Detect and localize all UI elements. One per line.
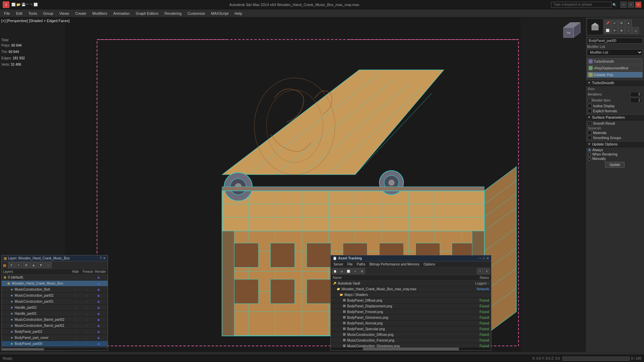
modifier-list-dropdown[interactable]: Modifier List	[587, 49, 643, 56]
menu-rendering[interactable]: Rendering	[162, 11, 184, 16]
asset-row[interactable]: 🖼 BodyPanel_Diffuse.png Found	[331, 298, 491, 303]
timeline-bar[interactable]	[562, 357, 630, 361]
asset-close-btn[interactable]: ✕	[486, 256, 489, 260]
layer-row[interactable]: ◆ MusicConstruction_part02 ··· ··· ◉	[2, 293, 108, 299]
layer-row[interactable]: ◆ BodyPanel_part_cover ··· ··· ◉	[2, 335, 108, 341]
mod-vray-displacement[interactable]: vRayDisplacementMod	[587, 65, 643, 71]
asset-row[interactable]: 📁 Wooden_Hand_Crank_Music_Box_max_vray.m…	[331, 286, 491, 292]
menu-edit[interactable]: Edit	[13, 11, 25, 16]
asset-tool-1[interactable]: 📋	[332, 268, 338, 274]
layer-tool-move-up[interactable]: ▲	[30, 262, 37, 268]
menu-graph-editors[interactable]: Graph Editors	[133, 11, 161, 16]
menu-tools[interactable]: Tools	[26, 11, 40, 16]
section-surface-params[interactable]: ▼ Surface Parameters	[586, 114, 644, 120]
menu-group[interactable]: Group	[40, 11, 56, 16]
isoline-checkbox[interactable]	[588, 104, 592, 108]
asset-tool-2[interactable]: 🗂	[339, 268, 345, 274]
menu-modifiers[interactable]: Modifiers	[90, 11, 110, 16]
asset-row[interactable]: 🖼 MusicConstruction_Fresnel.png Found	[331, 338, 491, 343]
layer-row[interactable]: ◆ MusicConstruction_part01 ··· ··· ◉	[2, 299, 108, 305]
layer-tool-move-down[interactable]: ▼	[38, 262, 44, 268]
mod-tool-c[interactable]: ⊕	[618, 27, 625, 34]
minimize-button[interactable]: ─	[621, 2, 627, 8]
asset-restore-btn[interactable]: □	[483, 256, 485, 260]
render-iters-checkbox[interactable]	[588, 99, 592, 103]
layer-tool-settings[interactable]: ⚙	[23, 262, 30, 268]
layer-row[interactable]: ◆ Handle_part02 ··· ··· ◉	[2, 305, 108, 311]
asset-row[interactable]: 🔑 Autodesk Vault Logged ↑	[331, 281, 491, 286]
layer-tool-expand[interactable]: ↔	[45, 262, 52, 268]
manually-radio[interactable]	[588, 157, 591, 161]
mod-turbosmooth[interactable]: TurboSmooth	[587, 58, 643, 64]
asset-row[interactable]: 🖼 MusicConstruction_Glossiness.png Found	[331, 343, 491, 348]
layer-row[interactable]: ▦ 0 (default) ··· ··· ◉	[2, 275, 108, 281]
asset-tool-4[interactable]: ≡	[352, 268, 358, 274]
iterations-input[interactable]	[630, 92, 642, 97]
smooth-result-checkbox[interactable]	[588, 121, 592, 125]
asset-menu-bitmap[interactable]: Bitmap Performance and Memory	[368, 262, 421, 266]
layer-row[interactable]: ◆ MusicConstruction_Barrel_part01 ··· ··…	[2, 323, 108, 329]
menu-animation[interactable]: Animation	[111, 11, 132, 16]
asset-row[interactable]: 🖼 BodyPanel_Specular.png Found	[331, 326, 491, 332]
materials-checkbox[interactable]	[588, 131, 592, 135]
smoothing-groups-checkbox[interactable]	[588, 136, 592, 140]
search-input[interactable]	[551, 2, 611, 8]
asset-tool-info[interactable]: ℹ	[484, 268, 490, 274]
mod-tool-pin[interactable]: 📌	[604, 20, 611, 26]
mod-tool-params[interactable]: ⚙	[618, 20, 625, 26]
asset-minimize-btn[interactable]: ─	[479, 256, 482, 260]
menu-views[interactable]: Views	[57, 11, 72, 16]
update-button[interactable]: Update	[605, 162, 625, 168]
layer-scrollbar-h[interactable]	[2, 348, 108, 350]
layer-row[interactable]: ◆ MusicConstruction_Barrel_part02 ··· ··…	[2, 317, 108, 323]
layer-tool-new[interactable]: ✕	[8, 262, 15, 268]
object-name-field[interactable]	[587, 38, 643, 44]
menu-help[interactable]: Help	[232, 11, 245, 16]
asset-row[interactable]: 🖼 BodyPanel_Displacement.png Found	[331, 303, 491, 309]
explicit-normals-checkbox[interactable]	[588, 109, 592, 113]
menu-file[interactable]: File	[1, 11, 13, 16]
layer-panel-help[interactable]: ?	[100, 256, 102, 260]
layer-row[interactable]: ◆ BodyPanel_part00 ··· ··· ◉	[2, 341, 108, 347]
asset-tool-3[interactable]: ⬜	[345, 268, 352, 274]
layer-panel-close[interactable]: ✕	[103, 256, 106, 260]
render-iters-input[interactable]	[630, 98, 642, 103]
asset-row[interactable]: 🖼 BodyPanel_Glossiness.png Found	[331, 315, 491, 320]
nav-cube[interactable]: Top	[562, 21, 582, 41]
mod-tool-a[interactable]: ⬜	[604, 27, 611, 34]
asset-menu-paths[interactable]: Paths	[356, 262, 367, 266]
mod-tool-e[interactable]: △	[632, 27, 639, 34]
maximize-button[interactable]: □	[628, 2, 634, 8]
asset-scrollbar[interactable]	[331, 348, 491, 350]
modifier-list-label: Modifier List	[587, 45, 643, 49]
menu-customize[interactable]: Customize	[185, 11, 208, 16]
mod-tool-more[interactable]: ▸	[625, 20, 632, 26]
asset-menu-server[interactable]: Server	[332, 262, 344, 266]
layer-tool-add[interactable]: +	[15, 262, 22, 268]
always-radio[interactable]	[588, 148, 591, 152]
menu-maxscript[interactable]: MAXScript	[208, 11, 231, 16]
asset-menu-file[interactable]: File	[346, 262, 354, 266]
asset-row[interactable]: 📂 Maps / Shaders	[331, 292, 491, 298]
asset-row[interactable]: 🖼 BodyPanel_Normal.png Found	[331, 320, 491, 326]
section-update-options[interactable]: ▼ Update Options	[586, 141, 644, 147]
layer-row[interactable]: ◆ MusicConstruction_Bolt ··· ··· ◉	[2, 287, 108, 293]
layer-row[interactable]: ◆ Handle_part01 ··· ··· ◉	[2, 311, 108, 317]
asset-row[interactable]: 🖼 MusicConstruction_Diffuse.png Found	[331, 332, 491, 338]
asset-tool-help[interactable]: ?	[477, 268, 483, 274]
close-button[interactable]: ✕	[635, 2, 641, 8]
viewport-area[interactable]: [+] [Perspective] [Shaded + Edged Faces]…	[0, 17, 585, 352]
layer-row[interactable]: ◆ BodyPanel_part02 ··· ··· ◉	[2, 329, 108, 335]
asset-tool-5[interactable]: ⊞	[359, 268, 365, 274]
asset-row[interactable]: 🖼 BodyPanel_Fresnel.png Found	[331, 309, 491, 315]
mod-tool-d[interactable]: ○	[625, 27, 632, 34]
mod-tool-b[interactable]: ✦	[611, 27, 618, 34]
asset-menu-options[interactable]: Options	[422, 262, 436, 266]
mod-editable-poly[interactable]: Editable Poly	[587, 72, 643, 78]
mod-tool-list[interactable]: ≡	[611, 20, 618, 26]
when-rendering-radio[interactable]	[588, 153, 591, 156]
layer-row[interactable]: ▦ Wooden_Hand_Crank_Music_Box ··· ··· ◉	[2, 281, 108, 287]
menu-create[interactable]: Create	[72, 11, 89, 16]
section-turbosmooth[interactable]: ▼ TurboSmooth	[586, 80, 644, 86]
window-title: Autodesk 3ds Max 2014 x64 Wooden_Hand_Cr…	[38, 3, 551, 7]
